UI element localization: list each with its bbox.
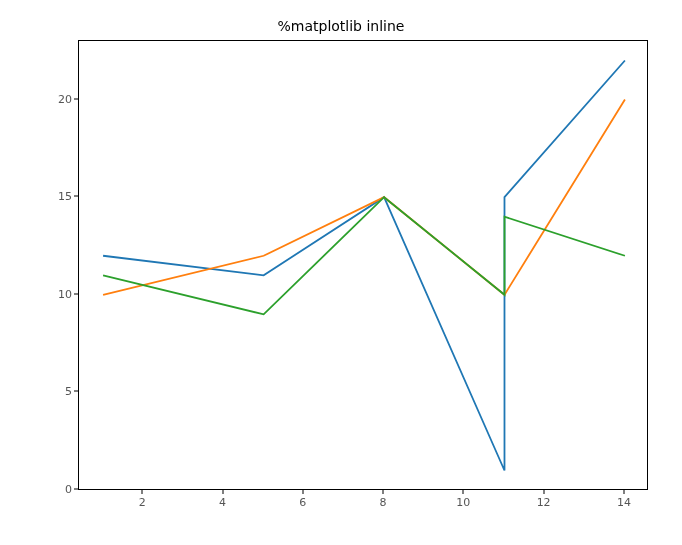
y-tick-label: 15 xyxy=(58,190,72,203)
x-tick-label: 10 xyxy=(456,496,470,509)
y-tick-mark xyxy=(74,489,78,490)
x-tick-label: 12 xyxy=(537,496,551,509)
y-tick-label: 0 xyxy=(65,483,72,496)
x-tick-label: 6 xyxy=(299,496,306,509)
y-tick-mark xyxy=(74,98,78,99)
x-tick-mark xyxy=(142,490,143,494)
chart-container: %matplotlib inline 05101520 2468101214 xyxy=(0,0,682,545)
x-tick-mark xyxy=(383,490,384,494)
x-tick-label: 2 xyxy=(139,496,146,509)
line-layer xyxy=(79,41,649,491)
y-tick-mark xyxy=(74,391,78,392)
x-tick-mark xyxy=(302,490,303,494)
chart-title: %matplotlib inline xyxy=(0,18,682,34)
y-tick-label: 10 xyxy=(58,287,72,300)
x-tick-label: 4 xyxy=(219,496,226,509)
y-tick-mark xyxy=(74,196,78,197)
y-tick-mark xyxy=(74,293,78,294)
x-tick-mark xyxy=(463,490,464,494)
plot-area xyxy=(78,40,648,490)
y-tick-label: 20 xyxy=(58,92,72,105)
series-line-series-0 xyxy=(103,61,625,471)
x-tick-label: 14 xyxy=(617,496,631,509)
series-line-series-2 xyxy=(103,197,625,314)
x-tick-mark xyxy=(543,490,544,494)
y-tick-label: 5 xyxy=(65,385,72,398)
x-tick-label: 8 xyxy=(380,496,387,509)
x-tick-mark xyxy=(222,490,223,494)
x-tick-mark xyxy=(623,490,624,494)
